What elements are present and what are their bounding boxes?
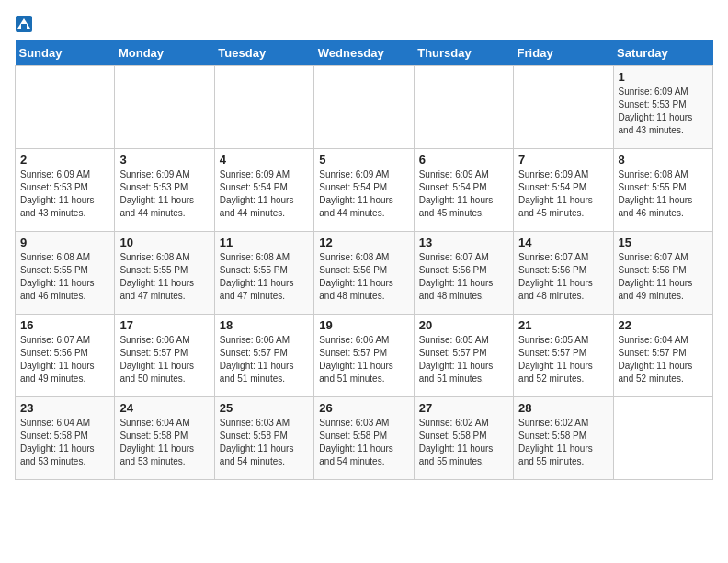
day-number: 5 bbox=[319, 153, 408, 167]
calendar-cell: 7Sunrise: 6:09 AM Sunset: 5:54 PM Daylig… bbox=[514, 149, 613, 232]
day-number: 26 bbox=[319, 401, 408, 415]
day-info: Sunrise: 6:03 AM Sunset: 5:58 PM Dayligh… bbox=[319, 417, 408, 468]
week-row-2: 2Sunrise: 6:09 AM Sunset: 5:53 PM Daylig… bbox=[16, 149, 713, 232]
day-number: 1 bbox=[619, 70, 708, 84]
day-number: 19 bbox=[319, 318, 408, 332]
header-monday: Monday bbox=[115, 40, 214, 66]
calendar-cell bbox=[214, 66, 313, 149]
day-info: Sunrise: 6:07 AM Sunset: 5:56 PM Dayligh… bbox=[20, 334, 109, 385]
calendar-cell: 23Sunrise: 6:04 AM Sunset: 5:58 PM Dayli… bbox=[16, 397, 115, 480]
logo bbox=[15, 15, 37, 33]
week-row-1: 1Sunrise: 6:09 AM Sunset: 5:53 PM Daylig… bbox=[16, 66, 713, 149]
day-number: 16 bbox=[20, 318, 109, 332]
day-info: Sunrise: 6:09 AM Sunset: 5:53 PM Dayligh… bbox=[20, 168, 109, 220]
logo-icon bbox=[15, 15, 33, 33]
day-info: Sunrise: 6:04 AM Sunset: 5:57 PM Dayligh… bbox=[619, 334, 708, 385]
header-friday: Friday bbox=[514, 40, 613, 66]
calendar-cell: 15Sunrise: 6:07 AM Sunset: 5:56 PM Dayli… bbox=[613, 232, 712, 315]
calendar-cell: 27Sunrise: 6:02 AM Sunset: 5:58 PM Dayli… bbox=[414, 397, 513, 480]
week-row-4: 16Sunrise: 6:07 AM Sunset: 5:56 PM Dayli… bbox=[16, 315, 713, 397]
day-info: Sunrise: 6:09 AM Sunset: 5:54 PM Dayligh… bbox=[518, 168, 608, 220]
day-number: 17 bbox=[119, 318, 209, 332]
calendar-cell: 28Sunrise: 6:02 AM Sunset: 5:58 PM Dayli… bbox=[514, 397, 613, 480]
calendar-cell: 4Sunrise: 6:09 AM Sunset: 5:54 PM Daylig… bbox=[214, 149, 313, 232]
calendar-cell: 2Sunrise: 6:09 AM Sunset: 5:53 PM Daylig… bbox=[16, 149, 115, 232]
calendar-cell: 5Sunrise: 6:09 AM Sunset: 5:54 PM Daylig… bbox=[314, 149, 414, 232]
day-number: 20 bbox=[419, 318, 508, 332]
day-info: Sunrise: 6:09 AM Sunset: 5:54 PM Dayligh… bbox=[419, 168, 508, 220]
calendar-cell: 6Sunrise: 6:09 AM Sunset: 5:54 PM Daylig… bbox=[414, 149, 513, 232]
week-row-5: 23Sunrise: 6:04 AM Sunset: 5:58 PM Dayli… bbox=[16, 397, 713, 480]
day-info: Sunrise: 6:04 AM Sunset: 5:58 PM Dayligh… bbox=[20, 417, 109, 468]
calendar-cell: 24Sunrise: 6:04 AM Sunset: 5:58 PM Dayli… bbox=[115, 397, 214, 480]
day-number: 27 bbox=[419, 401, 508, 415]
calendar-cell bbox=[613, 397, 712, 480]
calendar-cell: 19Sunrise: 6:06 AM Sunset: 5:57 PM Dayli… bbox=[314, 315, 414, 397]
day-number: 2 bbox=[20, 153, 109, 167]
day-number: 12 bbox=[319, 236, 408, 249]
day-number: 28 bbox=[518, 401, 608, 415]
calendar-cell: 14Sunrise: 6:07 AM Sunset: 5:56 PM Dayli… bbox=[514, 232, 613, 315]
day-number: 11 bbox=[220, 236, 309, 249]
calendar-table: SundayMondayTuesdayWednesdayThursdayFrid… bbox=[15, 40, 713, 480]
header-row: SundayMondayTuesdayWednesdayThursdayFrid… bbox=[16, 40, 713, 66]
day-info: Sunrise: 6:06 AM Sunset: 5:57 PM Dayligh… bbox=[220, 334, 309, 385]
day-info: Sunrise: 6:08 AM Sunset: 5:55 PM Dayligh… bbox=[619, 168, 708, 220]
day-number: 8 bbox=[619, 153, 708, 167]
header-saturday: Saturday bbox=[613, 40, 712, 66]
week-row-3: 9Sunrise: 6:08 AM Sunset: 5:55 PM Daylig… bbox=[16, 232, 713, 315]
svg-rect-2 bbox=[21, 24, 27, 29]
day-number: 3 bbox=[119, 153, 209, 167]
day-info: Sunrise: 6:07 AM Sunset: 5:56 PM Dayligh… bbox=[518, 251, 608, 303]
calendar-cell: 13Sunrise: 6:07 AM Sunset: 5:56 PM Dayli… bbox=[414, 232, 513, 315]
day-info: Sunrise: 6:02 AM Sunset: 5:58 PM Dayligh… bbox=[419, 417, 508, 468]
calendar-cell bbox=[115, 66, 214, 149]
calendar-cell: 18Sunrise: 6:06 AM Sunset: 5:57 PM Dayli… bbox=[214, 315, 313, 397]
day-info: Sunrise: 6:08 AM Sunset: 5:56 PM Dayligh… bbox=[319, 251, 408, 303]
header-wednesday: Wednesday bbox=[314, 40, 414, 66]
day-info: Sunrise: 6:09 AM Sunset: 5:54 PM Dayligh… bbox=[220, 168, 309, 220]
day-info: Sunrise: 6:05 AM Sunset: 5:57 PM Dayligh… bbox=[419, 334, 508, 385]
calendar-cell: 21Sunrise: 6:05 AM Sunset: 5:57 PM Dayli… bbox=[514, 315, 613, 397]
calendar-cell: 9Sunrise: 6:08 AM Sunset: 5:55 PM Daylig… bbox=[16, 232, 115, 315]
day-info: Sunrise: 6:07 AM Sunset: 5:56 PM Dayligh… bbox=[419, 251, 508, 303]
day-number: 23 bbox=[20, 401, 109, 415]
calendar-cell: 3Sunrise: 6:09 AM Sunset: 5:53 PM Daylig… bbox=[115, 149, 214, 232]
calendar-cell: 25Sunrise: 6:03 AM Sunset: 5:58 PM Dayli… bbox=[214, 397, 313, 480]
calendar-cell: 1Sunrise: 6:09 AM Sunset: 5:53 PM Daylig… bbox=[613, 66, 712, 149]
day-number: 15 bbox=[619, 236, 708, 249]
header-sunday: Sunday bbox=[16, 40, 115, 66]
day-info: Sunrise: 6:04 AM Sunset: 5:58 PM Dayligh… bbox=[119, 417, 209, 468]
day-info: Sunrise: 6:09 AM Sunset: 5:53 PM Dayligh… bbox=[119, 168, 209, 220]
day-info: Sunrise: 6:08 AM Sunset: 5:55 PM Dayligh… bbox=[220, 251, 309, 303]
page-header bbox=[15, 15, 713, 33]
calendar-cell: 12Sunrise: 6:08 AM Sunset: 5:56 PM Dayli… bbox=[314, 232, 414, 315]
calendar-cell bbox=[514, 66, 613, 149]
calendar-cell: 26Sunrise: 6:03 AM Sunset: 5:58 PM Dayli… bbox=[314, 397, 414, 480]
header-tuesday: Tuesday bbox=[214, 40, 313, 66]
day-info: Sunrise: 6:07 AM Sunset: 5:56 PM Dayligh… bbox=[619, 251, 708, 303]
day-info: Sunrise: 6:05 AM Sunset: 5:57 PM Dayligh… bbox=[518, 334, 608, 385]
calendar-cell: 10Sunrise: 6:08 AM Sunset: 5:55 PM Dayli… bbox=[115, 232, 214, 315]
day-number: 21 bbox=[518, 318, 608, 332]
day-info: Sunrise: 6:08 AM Sunset: 5:55 PM Dayligh… bbox=[20, 251, 109, 303]
day-number: 24 bbox=[119, 401, 209, 415]
calendar-cell: 17Sunrise: 6:06 AM Sunset: 5:57 PM Dayli… bbox=[115, 315, 214, 397]
header-thursday: Thursday bbox=[414, 40, 513, 66]
calendar-cell bbox=[314, 66, 414, 149]
calendar-cell: 20Sunrise: 6:05 AM Sunset: 5:57 PM Dayli… bbox=[414, 315, 513, 397]
day-info: Sunrise: 6:03 AM Sunset: 5:58 PM Dayligh… bbox=[220, 417, 309, 468]
day-info: Sunrise: 6:06 AM Sunset: 5:57 PM Dayligh… bbox=[319, 334, 408, 385]
calendar-cell: 8Sunrise: 6:08 AM Sunset: 5:55 PM Daylig… bbox=[613, 149, 712, 232]
day-info: Sunrise: 6:06 AM Sunset: 5:57 PM Dayligh… bbox=[119, 334, 209, 385]
day-info: Sunrise: 6:02 AM Sunset: 5:58 PM Dayligh… bbox=[518, 417, 608, 468]
day-number: 10 bbox=[119, 236, 209, 249]
calendar-cell bbox=[16, 66, 115, 149]
day-info: Sunrise: 6:09 AM Sunset: 5:53 PM Dayligh… bbox=[619, 86, 708, 137]
calendar-cell: 11Sunrise: 6:08 AM Sunset: 5:55 PM Dayli… bbox=[214, 232, 313, 315]
day-number: 22 bbox=[619, 318, 708, 332]
day-number: 25 bbox=[220, 401, 309, 415]
day-info: Sunrise: 6:08 AM Sunset: 5:55 PM Dayligh… bbox=[119, 251, 209, 303]
day-number: 18 bbox=[220, 318, 309, 332]
calendar-cell bbox=[414, 66, 513, 149]
